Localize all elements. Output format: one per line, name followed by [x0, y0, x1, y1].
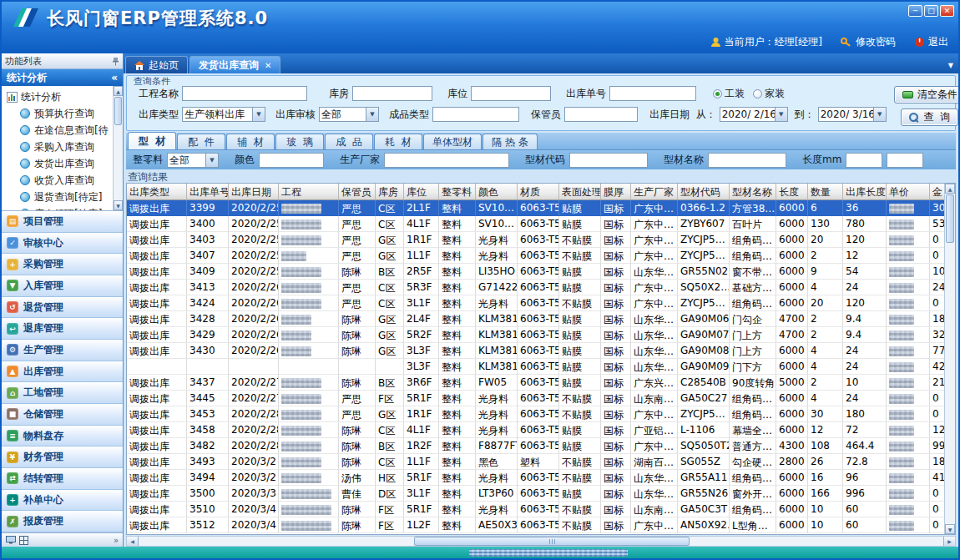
sidebar-menu-item[interactable]: +补单中心 [2, 490, 123, 512]
sidebar-menu-item[interactable]: +采购管理 [2, 254, 123, 275]
tree-item[interactable]: 预算执行查询 [7, 105, 111, 122]
scroll-up-icon[interactable]: ▲ [945, 184, 955, 194]
column-header[interactable]: 长度 [776, 184, 808, 200]
column-header[interactable]: 库房 [376, 184, 404, 200]
tree-root[interactable]: 统计分析 [7, 88, 111, 105]
table-row[interactable]: 调拨出库34092020/2/25长…阳…陈琳B区2R5F整料LI35HO606… [127, 264, 953, 280]
table-row[interactable]: 调拨出库33992020/2/25华…源…严思C区2L1F整料SV10…6063… [127, 200, 953, 216]
sidebar-menu-item[interactable]: ⌂工地管理 [2, 382, 123, 404]
column-header[interactable]: 型材名称 [730, 184, 776, 200]
warehouse-input[interactable] [352, 86, 432, 101]
material-tab[interactable]: 配 件 [177, 134, 225, 149]
column-header[interactable]: 膜厚 [601, 184, 631, 200]
table-row[interactable]: 调拨出库34932020/3/2华…源…陈琳C区1L1F整料黑色塑料不贴膜国标湖… [127, 454, 953, 470]
scroll-up-icon[interactable]: ▲ [114, 86, 123, 96]
sidebar-section-header[interactable]: 统计分析 « [2, 69, 123, 86]
column-header[interactable]: 工程 [279, 184, 339, 200]
column-header[interactable]: 库位 [404, 184, 439, 200]
column-header[interactable]: 出库长度 [843, 184, 887, 200]
sidebar-menu-item[interactable]: ⇄结转管理 [2, 468, 123, 490]
product-type-input[interactable] [432, 107, 519, 122]
maximize-button[interactable]: □ [924, 5, 938, 17]
scroll-left-icon[interactable]: ◀ [127, 537, 139, 546]
table-row[interactable]: 调拨出库34282020/2/26石…城陈琳G区2L4F整料KLM3817606… [127, 311, 953, 327]
table-row[interactable]: 调拨出库34302020/2/26石…城陈琳G区3L3F整料KLM3817606… [127, 343, 953, 359]
profile-name-input[interactable] [708, 153, 786, 168]
clear-conditions-button[interactable]: 清空条件 [894, 86, 960, 103]
grid-icon[interactable] [19, 536, 28, 545]
table-row[interactable]: 调拨出库35002020/3/3工…共工程曹佳D区3L1F整料LT3P60606… [127, 486, 953, 502]
column-header[interactable]: 生产厂家 [631, 184, 678, 200]
material-tab[interactable]: 辅 材 [226, 134, 275, 149]
material-tab[interactable]: 成 品 [325, 134, 373, 149]
change-password-button[interactable]: 修改密码 [841, 35, 896, 49]
radio-gongzhuang[interactable]: 工装 [713, 87, 745, 101]
table-row[interactable]: 调拨出库34532020/2/28工…工程严思G区1R1F整料光身料6063-T… [127, 406, 953, 422]
table-row[interactable]: 调拨出库35102020/3/4工…共工程陈琳F区5R1F整料光身料6063-T… [127, 502, 953, 517]
sidebar-menu-item[interactable]: ≡物料盘存 [2, 426, 123, 447]
whole-scrap-select[interactable]: 全部 ▼ [167, 153, 219, 168]
close-button[interactable]: ✕ [940, 5, 954, 17]
location-input[interactable] [471, 86, 551, 101]
manufacturer-input[interactable] [384, 153, 509, 168]
column-header[interactable]: 保管员 [339, 184, 376, 200]
out-type-select[interactable]: 生产领料出库 ▼ [182, 107, 265, 122]
radio-jiazhuang[interactable]: 家装 [753, 87, 785, 101]
tree-item[interactable]: 发货出库查询 [7, 155, 111, 172]
scroll-down-icon[interactable]: ▼ [945, 524, 955, 534]
sidebar-menu-item[interactable]: ↺退货管理 [2, 297, 123, 319]
sidebar-menu-item[interactable]: ✓审核中心 [2, 233, 123, 255]
profile-code-input[interactable] [569, 153, 648, 168]
scroll-thumb[interactable] [114, 97, 122, 125]
minimize-button[interactable]: ─ [908, 5, 922, 17]
grid-horizontal-scrollbar[interactable]: ◀ ▶ [126, 536, 956, 547]
search-button[interactable]: 查 询 [901, 108, 958, 126]
table-row[interactable]: 调拨出库34372020/2/27佛…工…陈琳B区3R6F整料FW056063-… [127, 375, 953, 391]
table-row[interactable]: 调拨出库34032020/2/25工…工程严思G区1R1F整料光身料6063-T… [127, 232, 953, 248]
tree-item[interactable]: 在途信息查询[待 [7, 122, 111, 139]
sidebar-menu-item[interactable]: ▲出库管理 [2, 361, 123, 383]
sidebar-menu-item[interactable]: ↩退库管理 [2, 318, 123, 340]
audit-select[interactable]: 全部 ▼ [319, 107, 379, 122]
tree-scrollbar[interactable]: ▲ ▼ [113, 86, 123, 210]
logout-button[interactable]: 退出 [914, 35, 948, 49]
date-from-picker[interactable]: 2020/ 2/16 ▼ [720, 107, 788, 122]
table-row[interactable]: 调拨出库34292020/2/26石…城陈琳G区5R2F整料KLM3817606… [127, 327, 953, 343]
table-row[interactable]: 调拨出库34002020/2/25华…源…严思C区4L1F整料SV10…6063… [127, 216, 953, 232]
collapse-chevron-icon[interactable]: « [111, 72, 118, 83]
scroll-thumb[interactable] [414, 537, 690, 546]
tab-start-page[interactable]: 起始页 [125, 56, 188, 73]
material-tab[interactable]: 型 材 [128, 132, 176, 149]
pin-icon[interactable] [112, 57, 119, 66]
tree-item[interactable]: 退货查询[待定] [7, 189, 111, 205]
table-row[interactable]: 调拨出库34242020/2/26工…工程严思C区3L1F整料光身料6063-T… [127, 295, 953, 311]
column-header[interactable]: 出库日期 [229, 184, 279, 200]
material-tab[interactable]: 玻 璃 [275, 134, 324, 149]
table-row[interactable]: 调拨出库34452020/2/27工…工程严思F区5R1F整料光身料6063-T… [127, 391, 953, 406]
sidebar-menu-item[interactable]: ¥财务管理 [2, 446, 123, 468]
sidebar-menu-item[interactable]: ✗报废管理 [2, 511, 123, 532]
column-header[interactable]: 整零料 [439, 184, 476, 200]
sidebar-menu-item[interactable]: ▤项目管理 [2, 211, 123, 233]
length-min-input[interactable] [846, 153, 882, 168]
table-row[interactable]: 调拨出库34132020/2/26南…通…严思C区5R3F整料G71422606… [127, 280, 953, 295]
table-row[interactable]: 调拨出库34942020/3/2石…辉城汤伟H区5R1F整料光身料6063-T5… [127, 470, 953, 486]
column-header[interactable]: 型材代码 [678, 184, 730, 200]
sidebar-menu-item[interactable]: ■仓储管理 [2, 404, 123, 426]
color-input[interactable] [259, 153, 324, 168]
project-name-input[interactable] [182, 86, 307, 101]
column-header[interactable]: 数量 [808, 184, 843, 200]
tab-list-caret-icon[interactable]: ▼ [948, 62, 953, 69]
tree-item[interactable]: 采购入库查询 [7, 139, 111, 155]
column-header[interactable]: 颜色 [476, 184, 518, 200]
table-row[interactable]: 调拨出库34822020/2/28华…源…陈琳B区1R2F整料F8877FT60… [127, 438, 953, 454]
column-header[interactable]: 单价 [887, 184, 930, 200]
expand-chevron-icon[interactable]: » [114, 536, 119, 545]
material-tab[interactable]: 隔 热 条 [483, 134, 538, 149]
tab-shipment-outbound-query[interactable]: 发货出库查询 ✕ [189, 56, 280, 73]
date-to-picker[interactable]: 2020/ 3/16 ▼ [818, 107, 887, 122]
table-row[interactable]: 3L3F整料KLM38176063-T5贴膜国标山东华…GA90M09…门下方6… [127, 359, 953, 375]
column-header[interactable]: 出库类型 [127, 184, 187, 200]
monitor-icon[interactable] [6, 536, 16, 545]
length-max-input[interactable] [887, 153, 923, 168]
